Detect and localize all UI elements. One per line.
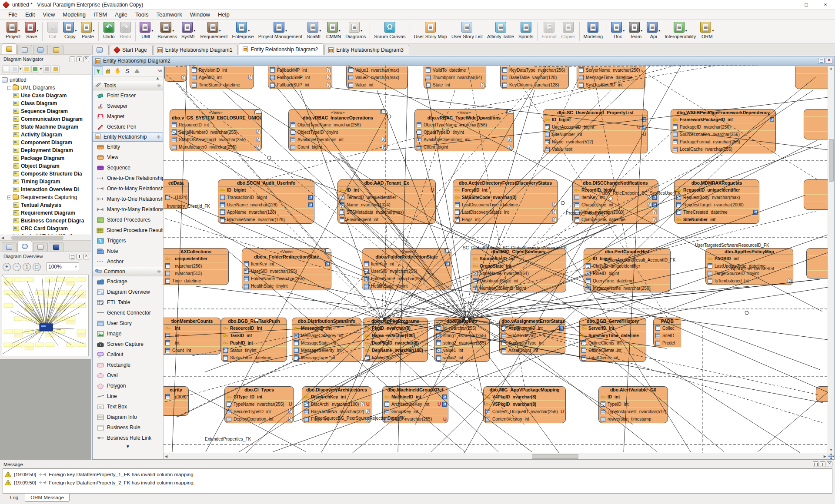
zoom-level-select[interactable]: 100%˅ <box>46 262 79 271</box>
entity-curity[interactable]: curityr(300) <box>164 386 189 416</box>
entity-column[interactable]: UserSIDnvarchar(255) <box>362 268 451 275</box>
entity-fragment[interactable] <box>816 386 828 402</box>
entity-column[interactable]: ItemKeyint <box>362 260 451 268</box>
entity-column[interactable]: V5PkgIDnvarchar(8) <box>484 401 565 408</box>
entity-column[interactable] <box>804 124 828 132</box>
tab-entity-relationship-diagram1[interactable]: Entity Relationship Diagram1 <box>154 45 238 55</box>
entity-column[interactable]: AgentIDintN <box>190 74 254 81</box>
entity-column[interactable]: UserSIDnvarchar(255) <box>242 268 331 275</box>
palette-item-polygon[interactable]: Polygon <box>93 381 163 391</box>
entity-dbo.vFolderRedirectionState[interactable]: «View»dbo.vFolderRedirectionStateItemKey… <box>362 248 451 290</box>
user-story-map-button[interactable]: User Story Map <box>412 20 449 43</box>
entity-column[interactable]: TypeIDint <box>599 401 668 408</box>
collapse-icon[interactable] <box>43 65 51 73</box>
palette-item-stored-procedures[interactable]: Stored Procedures <box>93 215 163 225</box>
entity-column[interactable] <box>164 408 188 415</box>
entity-column[interactable]: int <box>164 332 220 339</box>
entity-column[interactable]: BaseTableNamenvarchar(32)N <box>302 408 371 415</box>
tree-item-activity-diagram[interactable]: Activity Diagram <box>0 131 91 139</box>
dropdown-arrow-icon[interactable]: ▾ <box>172 29 174 33</box>
palette-item-triggers[interactable]: Triggers <box>93 235 163 246</box>
palette-section-tools[interactable]: Tools✙ <box>93 81 163 90</box>
entity-column[interactable] <box>804 109 828 117</box>
tree-item-package-diagram[interactable]: Package Diagram <box>0 154 91 162</box>
entity-column[interactable]: ServerNamenvarchar(256) <box>577 66 645 74</box>
canvas-horizontal-scrollbar[interactable]: ◀ ▶ <box>164 453 828 459</box>
entity-column[interactable]: TypeInstanceIDnvarchar(512) <box>599 408 668 415</box>
entity-column[interactable]: LastDiscoveryStatusintN <box>453 209 558 216</box>
entity-dbo.AAD_Tenant_Ex[interactable]: dbo.AAD_Tenant_ExIDintUTenantIDuniqueide… <box>337 179 436 224</box>
entity-dbo.DiscoveryArchitectures[interactable]: dbo.DiscoveryArchitecturesDiscArchKeyint… <box>302 386 371 423</box>
property-pane-tab[interactable] <box>2 242 17 252</box>
palette-section-entity-relationship[interactable]: Entity Relationship✙ <box>93 132 163 142</box>
orm-button[interactable]: ▾ORM <box>698 20 716 43</box>
tab-list-button[interactable] <box>92 45 109 55</box>
palette-item-diagram-info[interactable]: Diagram Info <box>93 412 163 422</box>
palette-item-one-to-many-relationship[interactable]: One-to-Many Relationship <box>93 183 163 194</box>
palette-item-business-rule-link[interactable]: Business Rule Link <box>93 433 163 443</box>
diagrams-button[interactable]: ▾Diagrams <box>343 20 368 43</box>
entity-column[interactable]: Valuetext <box>543 146 648 153</box>
entity-column[interactable]: ObjectTypeIDtinyint <box>289 129 387 136</box>
entity-column[interactable]: QueryTimedatetime <box>584 277 670 285</box>
zoom-in-icon[interactable]: + <box>3 263 11 271</box>
entity-column[interactable]: ChangeTypeintN <box>573 201 658 209</box>
palette-item-anchor[interactable]: Anchor <box>93 256 163 267</box>
entity-dbo.ActiveDirectoryForestDiscoveryStatus[interactable]: dbo.ActiveDirectoryForestDiscoveryStatus… <box>453 179 558 224</box>
entity-column[interactable]: int <box>164 339 220 347</box>
new-folder-icon[interactable] <box>23 65 30 73</box>
entity-column[interactable]: PushIDint <box>221 339 287 347</box>
dropdown-arrow-icon[interactable]: ▾ <box>37 29 38 33</box>
entity-column[interactable]: ContentVersionint <box>484 415 565 423</box>
scrum-canvas-button[interactable]: ΩScrum Canvas <box>372 20 407 43</box>
modeling-button[interactable]: Modeling <box>581 20 605 43</box>
entity-column[interactable]: TransactionIDbigint <box>218 194 314 201</box>
soaml-button[interactable]: ▾SoaML <box>304 20 324 43</box>
entity-fragment[interactable] <box>806 248 828 279</box>
entity-column[interactable]: Manufacturer0nvarchar(255)N <box>170 143 261 151</box>
tree-item-communication-diagram[interactable]: Communication Diagram <box>0 115 91 123</box>
tree-item-untitled[interactable]: untitled <box>0 76 91 84</box>
entity-column[interactable]: FlagsintN <box>453 216 558 223</box>
dropdown-arrow-icon[interactable]: ▾ <box>93 29 94 33</box>
tree-expander-icon[interactable]: − <box>7 86 11 90</box>
entity-column[interactable]: TimeStampdatetime <box>190 81 254 89</box>
model-structure-icon[interactable] <box>11 65 19 73</box>
frame-close-icon[interactable] <box>826 58 832 64</box>
entity-dbo.DISCChangeNotifications[interactable]: dbo.DISCChangeNotificationsRecordIDbigin… <box>572 179 658 224</box>
project-button[interactable]: ▾Project <box>3 20 23 43</box>
menu-itsm[interactable]: ITSM <box>90 10 111 19</box>
entity-fragment[interactable] <box>804 179 828 210</box>
entity-dbo.SCCM_Audit_UserInfo[interactable]: dbo.SCCM_Audit_UserInfoIDbigintTransacti… <box>218 179 314 224</box>
palette-item-rectangle[interactable]: Rectangle <box>93 360 163 370</box>
tree-item-sequence-diagram[interactable]: Sequence Diagram <box>0 107 91 115</box>
entity-dbo.WSFBPackageFrameworkDependency[interactable]: dbo.WSFBPackageFrameworkDependencyFramew… <box>671 109 776 153</box>
entity-column[interactable]: CountbigintN <box>415 143 513 151</box>
entity-column[interactable]: MessageTypeint <box>292 354 361 361</box>
undo-button[interactable]: ↶Undo <box>100 20 117 43</box>
menu-agile[interactable]: Agile <box>111 10 131 19</box>
entity-dbo.AlertVariable_G0[interactable]: dbo.AlertVariable_G0IDintTypeIDintTypeIn… <box>598 386 668 423</box>
diagram-frame-titlebar[interactable]: Entity Relationship Diagram2 <box>93 56 834 66</box>
sweeper-mode-icon[interactable]: S <box>123 66 132 75</box>
entity-column[interactable]: PADBIDint <box>706 255 793 262</box>
entity-column[interactable]: AvailableOperationsintN <box>415 136 513 143</box>
entity-column[interactable]: ObjectTypeNamenvarchar(256) <box>415 121 513 129</box>
entity-column[interactable]: RecordIDbigint <box>573 186 658 194</box>
entity-dbo.AppResPolicyMap[interactable]: dbo.AppResPolicyMapPADBIDintLastUpdateTi… <box>705 248 793 285</box>
dropdown-arrow-icon[interactable]: ▾ <box>194 29 195 33</box>
entity-column[interactable]: OnlineClientsint <box>580 339 646 347</box>
tree-item-crc-card-diagram[interactable]: CRC Card Diagram <box>0 225 91 232</box>
entity-column[interactable]: Countint <box>164 347 220 354</box>
entity-dbo.vRBAC_InstanceOperations[interactable]: «View»dbo.vRBAC_InstanceOperationsObject… <box>288 109 387 151</box>
logical-view-tab[interactable] <box>49 45 63 54</box>
entity-column[interactable]: RevisionIDint <box>190 66 254 74</box>
entity-column[interactable]: AssignmentIDint <box>500 325 565 332</box>
diagram-overview-thumbnail[interactable] <box>2 275 89 356</box>
tab-entity-relationship-diagram2[interactable]: Entity Relationship Diagram2 <box>239 43 324 55</box>
sprints-button[interactable]: Sprints <box>516 20 535 43</box>
message-tab-log[interactable]: Log <box>4 494 24 502</box>
stencil-tab[interactable] <box>49 242 63 252</box>
doc-button[interactable]: ▾Doc <box>609 20 627 43</box>
entity-column[interactable]: Valuenvarchar(2000)N <box>573 209 658 216</box>
